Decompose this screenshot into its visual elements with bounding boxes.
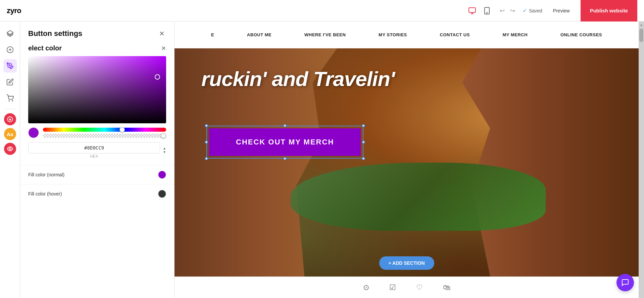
- color-picker-section: elect color ✕: [20, 44, 174, 165]
- handle-tc[interactable]: [284, 124, 286, 127]
- svg-point-7: [9, 65, 10, 66]
- font-label: Aa: [7, 131, 13, 137]
- nav-item-where[interactable]: WHERE I'VE BEEN: [302, 30, 348, 40]
- handle-tr[interactable]: [362, 124, 365, 127]
- alpha-thumb[interactable]: [161, 133, 166, 138]
- sidebar-pen-icon[interactable]: [3, 59, 17, 73]
- nav-item-home[interactable]: E: [208, 30, 217, 40]
- hero-heading: ruckin' and Travelin': [201, 67, 395, 90]
- alpha-slider[interactable]: [43, 134, 166, 138]
- button-settings-panel: Button settings ✕ elect color ✕: [20, 22, 175, 298]
- topbar-left: zyro: [7, 6, 21, 15]
- sliders-row: [28, 127, 166, 138]
- scroll-thumb[interactable]: [639, 29, 643, 42]
- color-gradient-canvas[interactable]: [28, 56, 166, 123]
- fill-normal-section: Fill color (normal): [20, 165, 174, 184]
- arrow-buttons[interactable]: ▲ ▼: [163, 146, 166, 154]
- handle-ml[interactable]: [205, 141, 208, 143]
- svg-point-2: [487, 12, 487, 13]
- sidebar-download-icon[interactable]: [4, 113, 16, 125]
- fill-hover-swatch[interactable]: [158, 190, 166, 198]
- panel-header: Button settings ✕: [20, 22, 174, 44]
- topbar-right: ↩ ↪ ✓ Saved Preview Publish website: [467, 0, 637, 22]
- hex-label: HEX: [28, 154, 160, 158]
- panel-close-button[interactable]: ✕: [158, 28, 166, 39]
- bottom-check-icon[interactable]: ☑: [389, 283, 396, 292]
- sidebar-font-icon[interactable]: Aa: [4, 128, 16, 140]
- arrow-down-icon[interactable]: ▼: [163, 150, 166, 154]
- hex-input-row: HEX ▲ ▼: [28, 142, 166, 158]
- main-layout: Aa Button settings ✕ elect color ✕: [0, 22, 644, 298]
- river-area: [291, 163, 546, 231]
- scrollbar: ▲: [639, 22, 644, 298]
- sidebar-layers-icon[interactable]: [3, 27, 17, 40]
- canvas-area: E ABOUT ME WHERE I'VE BEEN MY STORIES CO…: [175, 22, 644, 298]
- handle-bl[interactable]: [205, 157, 208, 160]
- undo-redo-group: ↩ ↪: [498, 5, 517, 16]
- hero-section: ruckin' and Travelin' CHECK OUT: [175, 48, 639, 276]
- panel-title: Button settings: [28, 29, 82, 38]
- sliders-col: [43, 128, 166, 138]
- nav-item-about[interactable]: ABOUT ME: [244, 30, 274, 40]
- svg-rect-0: [469, 8, 476, 12]
- sidebar-cart-icon[interactable]: [3, 91, 17, 105]
- logo: zyro: [7, 6, 21, 15]
- hue-slider[interactable]: [43, 128, 166, 132]
- hero-text: ruckin' and Travelin': [201, 67, 395, 91]
- bottom-bag-icon[interactable]: 🛍: [443, 283, 450, 292]
- preview-button[interactable]: Preview: [548, 5, 575, 16]
- chat-widget[interactable]: [616, 274, 634, 291]
- site-nav: E ABOUT ME WHERE I'VE BEEN MY STORIES CO…: [175, 22, 639, 48]
- saved-checkmark-icon: ✓: [523, 7, 527, 14]
- gradient-cursor[interactable]: [155, 74, 160, 80]
- nav-item-contact[interactable]: CONTACT US: [437, 30, 473, 40]
- bottom-heart-icon[interactable]: ♡: [416, 283, 423, 292]
- topbar: zyro ↩ ↪ ✓ Saved Preview: [0, 0, 644, 22]
- sidebar-add-icon[interactable]: [3, 43, 17, 56]
- hue-thumb[interactable]: [119, 127, 125, 132]
- cta-container: CHECK OUT MY MERCH: [206, 126, 363, 159]
- arrow-up-icon[interactable]: ▲: [163, 146, 166, 150]
- saved-status: ✓ Saved: [523, 7, 542, 14]
- svg-point-11: [9, 148, 11, 150]
- svg-point-8: [9, 100, 9, 101]
- saved-label: Saved: [529, 8, 542, 13]
- fill-hover-section: Fill color (hover): [20, 184, 174, 203]
- handle-mr[interactable]: [362, 141, 365, 143]
- add-section-label: + ADD SECTION: [389, 260, 425, 266]
- bottom-toolbar: ⊙ ☑ ♡ 🛍: [175, 276, 639, 298]
- hex-input[interactable]: [28, 142, 160, 154]
- nav-item-courses[interactable]: ONLINE COURSES: [558, 30, 605, 40]
- cta-button[interactable]: CHECK OUT MY MERCH: [209, 128, 361, 156]
- mobile-view-button[interactable]: [482, 5, 492, 16]
- undo-button[interactable]: ↩: [498, 5, 507, 16]
- fill-normal-swatch[interactable]: [158, 171, 166, 179]
- website-preview: E ABOUT ME WHERE I'VE BEEN MY STORIES CO…: [175, 22, 639, 298]
- svg-point-9: [12, 100, 13, 101]
- redo-button[interactable]: ↪: [508, 5, 517, 16]
- left-sidebar: Aa: [0, 22, 20, 298]
- publish-button[interactable]: Publish website: [581, 0, 637, 22]
- color-swatch: [28, 127, 39, 138]
- selection-box: CHECK OUT MY MERCH: [206, 126, 363, 159]
- desktop-view-button[interactable]: [467, 5, 478, 16]
- handle-br[interactable]: [362, 157, 365, 160]
- color-picker-close-button[interactable]: ✕: [161, 45, 166, 52]
- fill-normal-label: Fill color (normal): [28, 172, 64, 177]
- view-toggle: [467, 5, 492, 16]
- select-color-title: elect color: [28, 44, 62, 52]
- nav-item-merch[interactable]: MY MERCH: [500, 30, 531, 40]
- sidebar-eye-icon[interactable]: [4, 143, 16, 155]
- bottom-settings-icon[interactable]: ⊙: [363, 283, 369, 292]
- nav-item-stories[interactable]: MY STORIES: [376, 30, 410, 40]
- fill-hover-label: Fill color (hover): [28, 191, 62, 197]
- sidebar-divider: [5, 109, 15, 109]
- handle-bc[interactable]: [284, 157, 286, 160]
- add-section-button[interactable]: + ADD SECTION: [379, 256, 434, 270]
- sidebar-edit-icon[interactable]: [3, 75, 17, 89]
- hex-input-wrap: HEX: [28, 142, 160, 158]
- color-picker-header: elect color ✕: [28, 44, 166, 52]
- handle-tl[interactable]: [205, 124, 208, 127]
- scroll-up-icon[interactable]: ▲: [640, 23, 643, 27]
